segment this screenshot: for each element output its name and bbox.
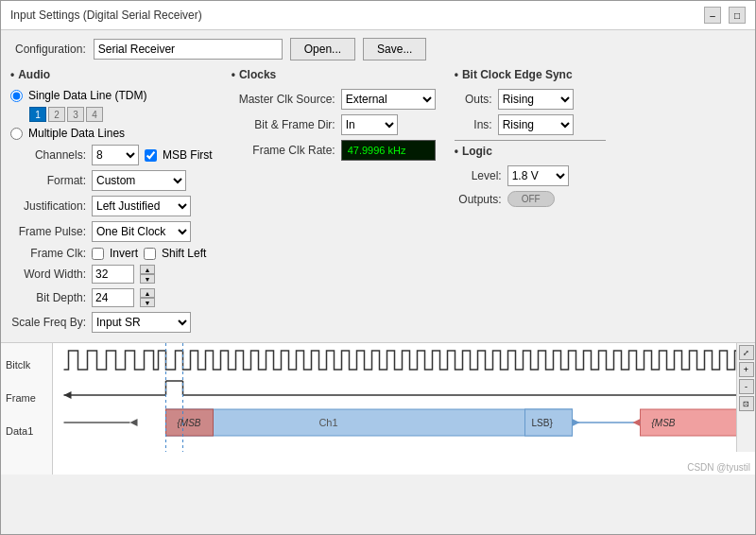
tdm-box-4[interactable]: 4 bbox=[86, 107, 103, 122]
bit-clock-title: Bit Clock Edge Sync bbox=[455, 68, 606, 81]
data1-label: Data1 bbox=[1, 414, 52, 447]
clocks-title: Clocks bbox=[232, 68, 436, 81]
svg-rect-6 bbox=[166, 409, 573, 436]
maximize-button[interactable]: □ bbox=[729, 7, 746, 24]
justification-select[interactable]: Left Justified bbox=[92, 196, 191, 216]
bit-depth-down[interactable]: ▼ bbox=[140, 298, 155, 307]
master-clk-label: Master Clk Source: bbox=[232, 93, 335, 106]
fit-btn[interactable]: ⊡ bbox=[739, 396, 754, 411]
bitclock-panel: Bit Clock Edge Sync Outs: Rising Ins: Ri… bbox=[445, 68, 615, 342]
bit-frame-dir-label: Bit & Frame Dir: bbox=[232, 118, 335, 131]
waveform-area: Bitclk Frame Data1 bbox=[1, 342, 755, 475]
zoom-out-btn[interactable]: - bbox=[739, 379, 754, 394]
justification-label: Justification: bbox=[10, 199, 86, 213]
ins-select[interactable]: Rising bbox=[498, 114, 574, 135]
channels-label: Channels: bbox=[10, 148, 86, 162]
shift-left-label: Shift Left bbox=[162, 247, 206, 260]
outs-row: Outs: Rising bbox=[455, 89, 606, 110]
msb-first-label: MSB First bbox=[163, 148, 213, 162]
invert-checkbox[interactable] bbox=[92, 248, 104, 260]
format-select[interactable]: Custom bbox=[92, 170, 186, 191]
multiple-data-lines-row: Multiple Data Lines bbox=[10, 127, 213, 140]
tdm-boxes: 1 2 3 4 bbox=[29, 107, 213, 122]
bit-depth-spinner: ▲ ▼ bbox=[140, 288, 155, 307]
clocks-panel: Clocks Master Clk Source: External Bit &… bbox=[222, 68, 445, 342]
frame-clk-row: Frame Clk: Invert Shift Left bbox=[10, 247, 213, 260]
multiple-data-lines-label: Multiple Data Lines bbox=[28, 127, 125, 140]
single-data-line-row: Single Data Line (TDM) bbox=[10, 89, 213, 102]
tdm-box-1[interactable]: 1 bbox=[29, 107, 46, 122]
settings-panels: Audio Single Data Line (TDM) 1 2 3 4 Mul… bbox=[1, 68, 755, 342]
shift-left-checkbox[interactable] bbox=[144, 248, 156, 260]
single-data-line-radio[interactable] bbox=[10, 90, 23, 102]
word-width-down[interactable]: ▼ bbox=[140, 274, 155, 284]
frame-clk-rate-label: Frame Clk Rate: bbox=[232, 144, 335, 157]
ins-row: Ins: Rising bbox=[455, 114, 606, 135]
svg-marker-5 bbox=[64, 391, 72, 399]
msb-first-checkbox[interactable] bbox=[145, 149, 157, 162]
format-row: Format: Custom bbox=[10, 170, 213, 191]
channels-select[interactable]: 8 bbox=[92, 145, 139, 165]
outputs-row: Outputs: OFF bbox=[455, 191, 606, 207]
master-clk-row: Master Clk Source: External bbox=[232, 89, 436, 110]
svg-marker-18 bbox=[633, 419, 641, 426]
bit-depth-row: Bit Depth: ▲ ▼ bbox=[10, 288, 213, 307]
svg-text:{MSB: {MSB bbox=[652, 418, 676, 428]
title-bar-controls: – □ bbox=[704, 7, 746, 24]
bit-depth-up[interactable]: ▲ bbox=[140, 288, 155, 298]
waveform-svg: {MSB LSB} Ch1 {MSB bbox=[53, 343, 755, 452]
bitclk-label: Bitclk bbox=[1, 348, 52, 381]
justification-row: Justification: Left Justified bbox=[10, 196, 213, 216]
bit-depth-label: Bit Depth: bbox=[10, 291, 86, 304]
bit-frame-dir-select[interactable]: In bbox=[341, 114, 398, 135]
master-clk-select[interactable]: External bbox=[341, 89, 436, 110]
word-width-input[interactable] bbox=[92, 265, 134, 284]
tdm-box-2[interactable]: 2 bbox=[48, 107, 65, 122]
waveform-tools: ⤢ + - ⊡ bbox=[736, 343, 755, 452]
word-width-row: Word Width: ▲ ▼ bbox=[10, 265, 213, 284]
waveform-graph: {MSB LSB} Ch1 {MSB bbox=[53, 343, 755, 475]
bit-depth-input[interactable] bbox=[92, 288, 134, 307]
outs-select[interactable]: Rising bbox=[498, 89, 574, 110]
frame-label: Frame bbox=[1, 381, 52, 414]
svg-marker-17 bbox=[573, 419, 580, 426]
open-button[interactable]: Open... bbox=[290, 38, 355, 60]
outs-label: Outs: bbox=[455, 93, 492, 106]
outputs-label: Outputs: bbox=[455, 193, 502, 206]
title-bar: Input Settings (Digital Serial Receiver)… bbox=[1, 1, 755, 30]
scale-freq-row: Scale Freq By: Input SR bbox=[10, 312, 213, 333]
level-select[interactable]: 1.8 V bbox=[507, 165, 569, 186]
format-label: Format: bbox=[10, 174, 86, 187]
level-row: Level: 1.8 V bbox=[455, 165, 606, 186]
logic-title: Logic bbox=[455, 145, 606, 158]
save-button[interactable]: Save... bbox=[363, 38, 426, 60]
single-data-line-label: Single Data Line (TDM) bbox=[28, 89, 146, 102]
invert-label: Invert bbox=[110, 247, 138, 260]
scale-freq-label: Scale Freq By: bbox=[10, 316, 86, 329]
frame-pulse-label: Frame Pulse: bbox=[10, 225, 86, 238]
svg-text:Ch1: Ch1 bbox=[318, 417, 337, 428]
minimize-button[interactable]: – bbox=[704, 7, 721, 24]
bit-frame-dir-row: Bit & Frame Dir: In bbox=[232, 114, 436, 135]
zoom-expand-btn[interactable]: ⤢ bbox=[739, 345, 754, 360]
svg-text:{MSB: {MSB bbox=[178, 418, 201, 428]
frame-clk-label: Frame Clk: bbox=[10, 247, 86, 260]
config-row: Configuration: Open... Save... bbox=[1, 30, 755, 68]
ins-label: Ins: bbox=[455, 118, 492, 131]
word-width-spinner: ▲ ▼ bbox=[140, 265, 155, 284]
multiple-data-lines-radio[interactable] bbox=[10, 128, 23, 140]
tdm-box-3[interactable]: 3 bbox=[67, 107, 84, 122]
outputs-toggle[interactable]: OFF bbox=[507, 191, 555, 207]
zoom-in-btn[interactable]: + bbox=[739, 362, 754, 377]
word-width-label: Word Width: bbox=[10, 268, 86, 281]
main-window: Input Settings (Digital Serial Receiver)… bbox=[0, 0, 756, 535]
frame-pulse-select[interactable]: One Bit Clock bbox=[92, 221, 191, 242]
scale-freq-select[interactable]: Input SR bbox=[92, 312, 191, 333]
channels-row: Channels: 8 MSB First bbox=[10, 145, 213, 165]
word-width-up[interactable]: ▲ bbox=[140, 265, 155, 274]
window-title: Input Settings (Digital Serial Receiver) bbox=[10, 9, 202, 22]
frame-clk-rate-display: 47.9996 kHz bbox=[341, 140, 436, 161]
config-input[interactable] bbox=[94, 39, 283, 60]
audio-panel: Audio Single Data Line (TDM) 1 2 3 4 Mul… bbox=[10, 68, 222, 342]
waveform-container: Bitclk Frame Data1 bbox=[1, 343, 755, 475]
